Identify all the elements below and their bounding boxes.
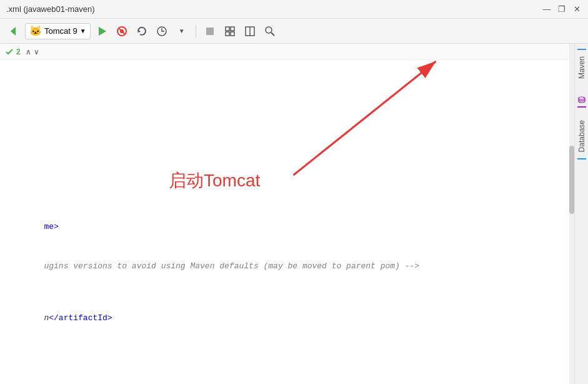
database-accent-bar [577, 106, 586, 108]
code-comment-1: ugins versions to avoid using Maven defa… [44, 261, 419, 271]
maven-accent-bar [577, 49, 586, 50]
svg-marker-0 [11, 27, 16, 36]
run-button[interactable] [93, 23, 111, 40]
code-tag-2: </artifactId> [49, 313, 112, 323]
coverage-button[interactable] [153, 23, 171, 40]
code-line-6 [0, 351, 574, 384]
debug-icon [116, 26, 127, 37]
code-line-3 [0, 286, 574, 299]
hint-up-arrow[interactable]: ∧ [26, 48, 31, 56]
sidebar-tab-maven[interactable]: Maven [576, 51, 587, 84]
stop-icon [206, 27, 214, 36]
svg-line-15 [271, 33, 274, 36]
main-layout: 2 ∧ ∨ 启动Tomcat me> ugins versions to avo… [0, 44, 588, 384]
code-hint-bar: 2 ∧ ∨ [0, 44, 574, 60]
database-icon [577, 96, 586, 105]
database-section: Database [576, 96, 587, 159]
svg-point-14 [266, 27, 272, 33]
code-line-5 [0, 338, 574, 351]
layout-button[interactable] [221, 23, 239, 40]
maven-section: Maven [576, 44, 587, 84]
window-controls: — ❐ ✕ [542, 4, 582, 14]
svg-rect-9 [231, 27, 234, 31]
split-button[interactable] [241, 23, 259, 40]
editor-area: 2 ∧ ∨ 启动Tomcat me> ugins versions to avo… [0, 44, 574, 384]
back-button[interactable] [5, 23, 22, 40]
code-line-2: ugins versions to avoid using Maven defa… [0, 247, 574, 286]
dropdown-arrow-icon: ▼ [80, 28, 86, 34]
title-bar: .xml (javaweb01-maven) — ❐ ✕ [0, 0, 588, 19]
minimize-button[interactable]: — [542, 4, 552, 14]
right-sidebar: Maven Database [574, 44, 588, 384]
code-line-4: n</artifactId> [0, 299, 574, 338]
stop-button[interactable] [201, 23, 219, 40]
svg-rect-7 [206, 28, 214, 35]
hint-down-arrow[interactable]: ∨ [34, 48, 39, 56]
back-icon [8, 26, 19, 37]
more-button[interactable]: ▼ [173, 23, 191, 40]
svg-rect-10 [226, 32, 229, 36]
coverage-icon [156, 26, 167, 37]
window-title: .xml (javaweb01-maven) [6, 4, 95, 14]
reload-icon [136, 26, 147, 37]
scrollbar-thumb[interactable] [569, 146, 574, 214]
close-button[interactable]: ✕ [572, 4, 582, 14]
maximize-button[interactable]: ❐ [557, 4, 567, 14]
hint-count: 2 [16, 48, 21, 56]
editor-scrollbar[interactable] [569, 44, 574, 384]
code-comment-2 [38, 363, 42, 371]
database-accent-bar-2 [577, 158, 586, 159]
svg-marker-1 [99, 27, 106, 36]
toolbar-separator-1 [196, 25, 196, 38]
split-icon [244, 26, 256, 37]
debug-button[interactable] [113, 23, 131, 40]
hint-badge: 2 ∧ ∨ [5, 48, 39, 56]
start-tomcat-annotation: 启动Tomcat [169, 169, 260, 193]
sidebar-tab-database[interactable]: Database [576, 115, 587, 157]
svg-point-18 [579, 97, 585, 99]
search-icon [264, 26, 276, 37]
checkmark-icon [5, 48, 14, 56]
tomcat-label: Tomcat 9 [44, 26, 77, 36]
run-icon [96, 26, 107, 37]
layout-icon [224, 26, 236, 37]
svg-rect-8 [226, 27, 229, 31]
code-tag-1: me> [44, 222, 58, 231]
code-content-area: me> ugins versions to avoid using Maven … [0, 208, 574, 384]
reload-button[interactable] [133, 23, 151, 40]
tomcat-icon: 🐱 [29, 25, 42, 37]
code-line-1: me> [0, 208, 574, 246]
toolbar: 🐱 Tomcat 9 ▼ ▼ [0, 19, 588, 44]
svg-line-17 [294, 61, 436, 175]
tomcat-selector[interactable]: 🐱 Tomcat 9 ▼ [25, 23, 91, 39]
search-button[interactable] [261, 23, 279, 40]
svg-rect-11 [231, 32, 234, 36]
